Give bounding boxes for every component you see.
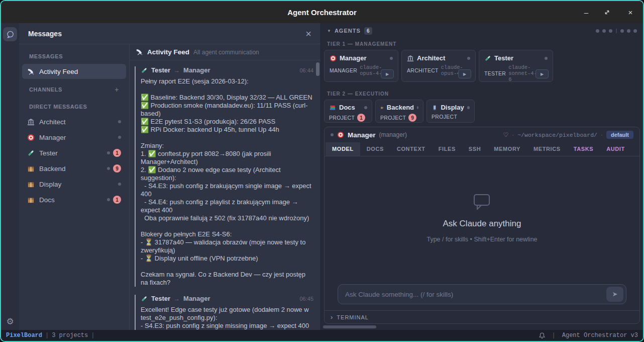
statusbar-app-name: PixelBoard [6, 332, 42, 339]
status-dot [118, 136, 121, 139]
messages-sidebar: MESSAGES Activity Feed CHANNELS + DI [19, 44, 130, 330]
tab-files[interactable]: FILES [432, 142, 462, 156]
tab-docs[interactable]: DOCS [360, 142, 390, 156]
message-body: Pełny raport E2E (sesja 2026-03-12): ✅ B… [141, 77, 313, 287]
run-agent-button[interactable]: ▶ [381, 69, 394, 78]
channels-section-label: CHANNELS + [19, 79, 129, 98]
tab-tasks[interactable]: TASKS [567, 142, 600, 156]
message: Tester → Manager 06:44 Pełny raport E2E … [135, 66, 313, 287]
agent-card-docs[interactable]: Docs PROJECT 1 [324, 100, 372, 123]
agent-badge: 9 [408, 114, 416, 122]
close-messages-button[interactable]: × [305, 29, 311, 39]
status-dot [364, 106, 367, 109]
add-channel-button[interactable]: + [115, 86, 119, 94]
agent-name: Architect [417, 54, 445, 62]
status-dot [107, 151, 110, 154]
play-icon: ▶ [463, 72, 466, 76]
run-agent-button[interactable]: ▶ [535, 69, 549, 78]
minimize-button[interactable]: – [582, 8, 591, 17]
sidebar-item-label: Backend [39, 165, 66, 173]
tab-metrics[interactable]: METRICS [527, 142, 567, 156]
tab-audit[interactable]: AUDIT [600, 142, 631, 156]
message-sender: Tester [151, 295, 170, 302]
classical-building-icon [407, 55, 414, 62]
feed-title: Activity Feed [147, 48, 189, 56]
play-icon: ▶ [386, 72, 389, 76]
statusbar-version: Agent Orchestrator v3 [562, 332, 638, 339]
messages-section-label: MESSAGES [19, 47, 129, 63]
maximize-button[interactable] [604, 9, 613, 16]
statusbar-separator: | [91, 332, 94, 339]
arrow-icon: → [174, 295, 180, 302]
message-recipient: Manager [183, 66, 210, 74]
close-window-button[interactable]: × [626, 8, 635, 17]
status-dot [633, 29, 637, 33]
run-agent-button[interactable]: ▶ [458, 69, 471, 78]
terminal-chevron-icon: › [331, 313, 333, 321]
horizontal-scrollbar-thumb[interactable] [323, 325, 376, 328]
sidebar-item-activity-feed[interactable]: Activity Feed [22, 64, 126, 79]
settings-button[interactable]: ⚙ [6, 317, 14, 326]
tier1-label: TIER 1 — MANAGEMENT [323, 36, 641, 50]
message-body: Excellent! Edge case testy już gotowe (d… [141, 306, 313, 330]
arrow-icon: → [174, 67, 180, 74]
agent-card-manager[interactable]: Manager MANAGER claude-opus-4-6 ▶ [324, 50, 398, 82]
maximize-icon [604, 9, 610, 16]
agent-name: Docs [339, 104, 355, 111]
sidebar-item-backend[interactable]: Backend 9 [22, 161, 126, 176]
status-dot [118, 183, 121, 186]
feed-subtitle: All agent communication [193, 49, 259, 56]
books-icon [329, 104, 336, 111]
detail-agent-role: (manager) [379, 131, 407, 138]
agent-card-tester[interactable]: Tester TESTER claude-sonnet-4-6 1 ▶ [479, 50, 553, 82]
sidebar-item-docs[interactable]: Docs 1 [22, 192, 126, 207]
classical-building-icon [27, 118, 35, 126]
status-dot [596, 29, 599, 33]
detail-agent-name: Manager [348, 131, 376, 139]
package-icon [27, 196, 35, 204]
sidebar-item-tester[interactable]: Tester 1 [22, 145, 126, 160]
agent-role: ARCHITECT [407, 67, 439, 73]
agent-card-display[interactable]: Display PROJECT [426, 100, 475, 123]
sidebar-item-architect[interactable]: Architect [22, 114, 126, 129]
mobile-phone-icon [432, 104, 438, 111]
coffee-icon [380, 104, 384, 111]
send-button[interactable] [606, 287, 623, 302]
unread-badge: 9 [113, 164, 121, 173]
ask-claude-input[interactable]: Ask Claude something... (/ for skills) [338, 284, 626, 304]
horizontal-scrollbar[interactable] [323, 325, 641, 329]
tab-ssh[interactable]: SSH [462, 142, 487, 156]
message: Tester → Manager 06:45 Excellent! Edge c… [135, 295, 313, 330]
tab-memory[interactable]: MEMORY [487, 142, 527, 156]
satellite-icon [136, 48, 143, 56]
sidebar-item-display[interactable]: Display [22, 177, 126, 192]
message-list[interactable]: Tester → Manager 06:44 Pełny raport E2E … [130, 60, 320, 330]
profile-badge[interactable]: default [606, 131, 633, 139]
package-icon [27, 165, 35, 173]
messages-rail-button[interactable] [3, 27, 17, 41]
target-icon [330, 55, 337, 62]
agent-role: PROJECT [380, 115, 406, 121]
heart-icon[interactable]: ♡ [503, 131, 508, 138]
terminal-label: TERMINAL [337, 314, 369, 320]
unread-badge: 1 [113, 149, 121, 157]
agents-count-badge: 6 [364, 27, 372, 35]
messages-panel: Messages × MESSAGES Activity Feed [19, 23, 321, 330]
bell-icon[interactable] [539, 332, 546, 339]
sidebar-item-manager[interactable]: Manager [22, 130, 126, 145]
agent-card-backend[interactable]: Backend PROJECT 9 [375, 100, 423, 123]
terminal-toggle[interactable]: › TERMINAL [325, 310, 639, 323]
tab-model[interactable]: MODEL [326, 142, 360, 156]
agent-status-dots [596, 29, 637, 33]
messages-panel-title: Messages [28, 30, 62, 38]
collapse-agents-button[interactable]: ▼ [327, 29, 331, 33]
tab-context[interactable]: CONTEXT [390, 142, 432, 156]
feed-scrollbar-thumb[interactable] [316, 62, 319, 76]
detail-tabs: MODEL DOCS CONTEXT FILES SSH MEMORY METR… [325, 142, 639, 156]
sidebar-item-label: Activity Feed [39, 68, 78, 75]
message-recipient: Manager [183, 295, 210, 302]
agent-name: Manager [340, 54, 366, 62]
agent-card-architect[interactable]: Architect ARCHITECT claude-opus-4-6 ▶ [401, 50, 476, 82]
test-tube-icon [484, 55, 491, 62]
status-dot [627, 29, 630, 33]
